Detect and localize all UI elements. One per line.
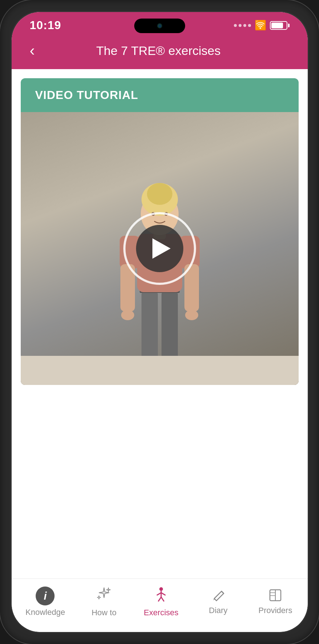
svg-point-12 bbox=[147, 183, 172, 205]
page-title: The 7 TRE® exercises bbox=[42, 44, 275, 58]
nav-item-exercises[interactable]: Exercises bbox=[143, 586, 179, 617]
person-icon bbox=[153, 586, 169, 606]
back-button[interactable]: ‹ bbox=[30, 43, 35, 58]
nav-item-providers[interactable]: Providers bbox=[257, 588, 294, 615]
info-icon: i bbox=[36, 587, 55, 605]
nav-item-diary[interactable]: Diary bbox=[200, 588, 236, 615]
play-outer-ring bbox=[123, 212, 196, 285]
svg-line-25 bbox=[158, 597, 161, 601]
svg-point-20 bbox=[185, 310, 198, 320]
svg-line-26 bbox=[161, 597, 164, 601]
battery-icon bbox=[270, 21, 290, 30]
pencil-icon bbox=[211, 588, 225, 604]
nav-label-knowledge: Knowledge bbox=[25, 608, 65, 617]
play-button[interactable] bbox=[136, 225, 183, 272]
wifi-icon: 🛜 bbox=[255, 20, 266, 31]
status-time: 10:19 bbox=[30, 19, 61, 32]
sparkles-icon bbox=[96, 586, 112, 606]
bottom-nav: i Knowledge How to bbox=[12, 579, 308, 632]
video-tutorial-label: VIDEO TUTORIAL bbox=[35, 88, 139, 102]
nav-item-howto[interactable]: How to bbox=[86, 586, 122, 617]
signal-icon bbox=[234, 24, 251, 27]
svg-point-19 bbox=[121, 310, 134, 320]
content-area: VIDEO TUTORIAL bbox=[12, 69, 308, 579]
svg-rect-4 bbox=[162, 290, 178, 367]
video-floor bbox=[21, 356, 299, 385]
svg-line-23 bbox=[157, 593, 161, 595]
dynamic-island bbox=[134, 19, 185, 33]
nav-label-providers: Providers bbox=[258, 606, 292, 615]
svg-rect-3 bbox=[141, 290, 158, 367]
nav-label-diary: Diary bbox=[209, 606, 227, 615]
book-icon bbox=[268, 588, 282, 604]
camera-dot bbox=[157, 23, 162, 28]
svg-point-21 bbox=[159, 587, 163, 591]
nav-item-knowledge[interactable]: i Knowledge bbox=[25, 587, 65, 617]
svg-line-24 bbox=[161, 593, 166, 595]
nav-label-howto: How to bbox=[92, 608, 116, 617]
status-bar: 10:19 🛜 bbox=[12, 12, 308, 36]
video-tutorial-header: VIDEO TUTORIAL bbox=[21, 78, 299, 112]
nav-label-exercises: Exercises bbox=[144, 608, 178, 617]
status-icons: 🛜 bbox=[234, 20, 290, 31]
video-player[interactable] bbox=[21, 112, 299, 385]
header: ‹ The 7 TRE® exercises bbox=[12, 36, 308, 69]
